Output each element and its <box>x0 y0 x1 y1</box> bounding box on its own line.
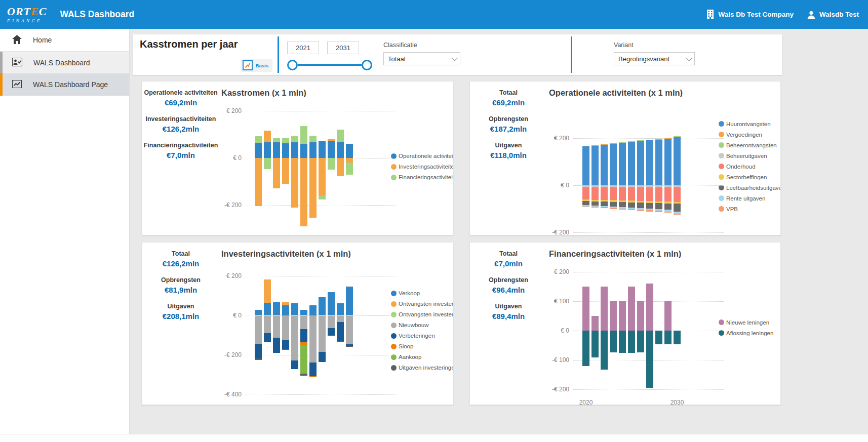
bar-segment-2026[interactable] <box>637 141 644 141</box>
legend-item[interactable]: Onderhoud <box>719 164 781 170</box>
legend-item[interactable]: Ontvangsten investeri... <box>391 311 453 317</box>
bar-segment-2024[interactable] <box>291 158 298 208</box>
bar-segment-2026[interactable] <box>637 210 644 211</box>
bar-segment-2025[interactable] <box>300 345 307 373</box>
bar-segment-2026[interactable] <box>637 301 644 331</box>
bar-segment-2026[interactable] <box>637 141 644 185</box>
company-menu[interactable]: Wals Db Test Company <box>706 10 794 19</box>
bar-segment-2021[interactable] <box>591 145 599 145</box>
bar-segment-2029[interactable] <box>337 341 344 342</box>
bar-segment-2027[interactable] <box>646 140 653 140</box>
bar-segment-2028[interactable] <box>328 315 335 328</box>
bar-segment-2030[interactable] <box>346 287 353 315</box>
bar-segment-2024[interactable] <box>619 142 626 143</box>
bar-segment-2025[interactable] <box>628 142 635 142</box>
bar-segment-2020[interactable] <box>582 201 589 205</box>
bar-segment-2024[interactable] <box>619 187 626 200</box>
bar-segment-2027[interactable] <box>646 331 653 388</box>
bar-segment-2027[interactable] <box>319 315 326 352</box>
bar-segment-2023[interactable] <box>282 138 289 143</box>
bar-segment-2030[interactable] <box>346 315 353 345</box>
legend-item[interactable]: Investeringsactiviteiten <box>391 164 453 170</box>
bar-segment-2027[interactable] <box>646 187 653 201</box>
bar-segment-2023[interactable] <box>610 202 617 207</box>
legend-item[interactable]: Beheerontvangsten <box>719 142 781 148</box>
bar-segment-2021[interactable] <box>591 207 599 207</box>
bar-segment-2028[interactable] <box>655 211 662 212</box>
bar-segment-2027[interactable] <box>319 195 326 199</box>
bar-segment-2021[interactable] <box>264 158 271 169</box>
bar-segment-2028[interactable] <box>655 140 662 186</box>
bar-segment-2023[interactable] <box>282 158 289 184</box>
bar-segment-2025[interactable] <box>300 158 307 226</box>
bar-segment-2020[interactable] <box>255 143 262 158</box>
bar-segment-2020[interactable] <box>255 358 262 360</box>
bar-segment-2024[interactable] <box>291 142 298 158</box>
bar-segment-2022[interactable] <box>601 144 608 145</box>
bar-segment-2020[interactable] <box>582 146 589 185</box>
bar-segment-2021[interactable] <box>591 202 599 206</box>
bar-segment-2025[interactable] <box>628 187 635 201</box>
bar-segment-2020[interactable] <box>582 287 589 331</box>
bar-segment-2029[interactable] <box>337 130 344 142</box>
bar-segment-2020[interactable] <box>582 207 589 207</box>
bar-segment-2021[interactable] <box>264 279 271 303</box>
legend-item[interactable]: Verkoop <box>391 290 453 296</box>
bar-segment-2029[interactable] <box>664 301 672 331</box>
legend-item[interactable]: Aankoop <box>391 354 453 360</box>
bar-segment-2020[interactable] <box>582 331 589 367</box>
sidebar-item-home[interactable]: Home <box>0 29 129 51</box>
bar-segment-2023[interactable] <box>282 349 289 350</box>
bar-segment-2021[interactable] <box>591 146 599 186</box>
bar-segment-2030[interactable] <box>346 346 353 347</box>
bar-segment-2026[interactable] <box>309 136 317 142</box>
bar-segment-2026[interactable] <box>309 377 317 377</box>
variant-dropdown[interactable]: Begrotingsvariant <box>614 52 695 65</box>
legend-item[interactable]: Verbeteringen <box>391 333 453 339</box>
bar-segment-2022[interactable] <box>273 138 280 142</box>
bar-segment-2023[interactable] <box>282 143 289 158</box>
bar-segment-2025[interactable] <box>300 342 307 346</box>
legend-item[interactable]: Nieuwbouw <box>391 322 453 328</box>
bar-segment-2027[interactable] <box>319 352 326 362</box>
bar-segment-2023[interactable] <box>282 315 289 341</box>
bar-segment-2021[interactable] <box>264 142 271 158</box>
sidebar-item-wals-dashboard-page[interactable]: WALS Dashboard Page <box>0 73 129 96</box>
slider-handle-right[interactable] <box>362 60 372 70</box>
bar-segment-2028[interactable] <box>328 292 335 315</box>
bar-segment-2024[interactable] <box>291 360 298 369</box>
bar-segment-2027[interactable] <box>646 203 653 209</box>
bar-segment-2026[interactable] <box>309 158 317 218</box>
bar-segment-2029[interactable] <box>337 142 344 158</box>
bar-segment-2025[interactable] <box>300 310 307 315</box>
bar-segment-2023[interactable] <box>610 187 617 200</box>
bar-segment-2025[interactable] <box>628 203 635 208</box>
bar-segment-2024[interactable] <box>619 143 626 185</box>
year-from-input[interactable] <box>287 42 319 54</box>
bar-segment-2024[interactable] <box>291 136 298 142</box>
bar-segment-2028[interactable] <box>655 139 662 139</box>
bar-segment-2022[interactable] <box>601 207 608 208</box>
bar-segment-2026[interactable] <box>309 142 317 158</box>
bar-segment-2029[interactable] <box>664 138 672 138</box>
legend-item[interactable]: Operationele activiteit... <box>391 153 453 159</box>
bar-segment-2025[interactable] <box>300 144 307 158</box>
sidebar-item-wals-dashboard[interactable]: WALS Dashboard <box>0 51 129 73</box>
bar-segment-2023[interactable] <box>282 302 289 305</box>
bar-segment-2024[interactable] <box>619 202 626 207</box>
bar-segment-2025[interactable] <box>628 287 635 331</box>
legend-item[interactable]: Leefbaarheidsuitgaven <box>719 185 781 191</box>
bar-segment-2023[interactable] <box>610 144 617 185</box>
bar-segment-2023[interactable] <box>610 331 617 353</box>
bar-segment-2020[interactable] <box>582 146 589 146</box>
bar-segment-2026[interactable] <box>309 305 317 315</box>
bar-segment-2026[interactable] <box>637 331 644 353</box>
bar-segment-2030[interactable] <box>674 137 681 137</box>
legend-item[interactable]: Financieringsactiviteiten <box>391 174 453 180</box>
bar-segment-2021[interactable] <box>591 331 599 357</box>
bar-segment-2028[interactable] <box>328 139 335 141</box>
bar-segment-2024[interactable] <box>619 209 626 210</box>
legend-item[interactable]: Sloop <box>391 343 453 349</box>
legend-item[interactable]: Huurontvangsten <box>719 121 781 127</box>
legend-item[interactable]: Vergoedingen <box>719 132 781 138</box>
